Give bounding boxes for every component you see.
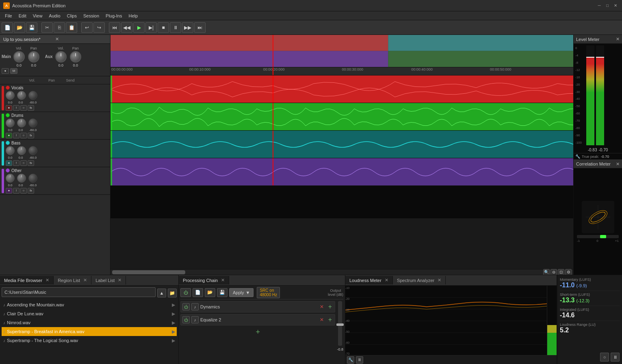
rewind-button[interactable]: ◀◀ [121, 22, 132, 33]
proc-save-button[interactable]: 💾 [217, 288, 228, 297]
menu-clips[interactable]: Clips [64, 13, 80, 19]
proc-chain-close-icon[interactable]: ✕ [221, 278, 225, 283]
bass-send-knob[interactable] [28, 146, 37, 155]
play-button[interactable]: ▶ [133, 22, 145, 33]
other-rec-btn[interactable]: ● [6, 188, 12, 194]
session-close-icon[interactable]: ✕ [55, 37, 107, 42]
path-folder-button[interactable]: 📁 [168, 289, 177, 297]
vocals-mute-btn[interactable]: ! [13, 105, 20, 111]
dynamics-remove-icon[interactable]: ✕ [319, 304, 325, 310]
loudness-settings-icon[interactable]: 🔧 [347, 356, 354, 364]
add-plugin-icon[interactable]: + [255, 329, 261, 335]
equalize-remove-icon[interactable]: ✕ [319, 317, 325, 323]
other-pan-knob[interactable] [17, 174, 26, 183]
settings-icon[interactable]: ⚙ [565, 269, 572, 275]
close-button[interactable]: ✕ [612, 2, 619, 9]
proc-open-button[interactable]: 📂 [205, 288, 215, 297]
file-nimrod[interactable]: ♪ Nimrod.wav ▶ [2, 318, 177, 327]
tab-region-list[interactable]: Region List ✕ [54, 276, 91, 284]
aux-pan-knob[interactable] [70, 51, 81, 62]
tab-spectrum-analyzer[interactable]: Spectrum Analyzer ✕ [393, 276, 446, 284]
main-vol-knob[interactable] [13, 51, 25, 62]
undo-button[interactable]: ↩ [81, 22, 93, 33]
bass-rec-btn[interactable]: ● [6, 160, 12, 166]
maximize-button[interactable]: □ [604, 2, 611, 9]
label-tab-close-icon[interactable]: ✕ [118, 278, 121, 283]
menu-audio[interactable]: Audio [46, 13, 63, 19]
drums-pan-knob[interactable] [17, 118, 26, 127]
drums-vol-knob[interactable] [6, 118, 15, 127]
dynamics-midi-icon[interactable]: ♪ [191, 303, 199, 310]
fast-forward-button[interactable]: ▶▶ [182, 22, 193, 33]
media-tab-close-icon[interactable]: ✕ [46, 278, 49, 283]
dynamics-power-icon[interactable]: ⏻ [182, 303, 190, 310]
menu-plugins[interactable]: Plug-Ins [102, 13, 125, 19]
drums-rec-btn[interactable]: ● [6, 133, 12, 138]
tab-processing-chain[interactable]: Processing Chain ✕ [179, 276, 229, 284]
redo-button[interactable]: ↪ [93, 22, 105, 33]
goto-end-button[interactable]: ⏭ [194, 22, 206, 33]
file-ascending[interactable]: ♪ Ascending the Mountain.wav ▶ [2, 300, 177, 309]
copy-button[interactable]: ⎘ [54, 22, 65, 33]
equalize-add-icon[interactable]: + [327, 317, 333, 323]
loudness-pause-icon[interactable]: ⏸ [356, 356, 363, 364]
drums-solo-btn[interactable]: ○ [20, 133, 27, 138]
open-button[interactable]: 📂 [14, 22, 25, 33]
path-up-button[interactable]: ▲ [157, 289, 166, 297]
main-pan-knob[interactable] [28, 51, 39, 62]
equalize-power-icon[interactable]: ⏻ [182, 316, 190, 323]
bass-vol-knob[interactable] [6, 146, 15, 155]
other-vol-knob[interactable] [6, 174, 15, 183]
menu-help[interactable]: Help [125, 13, 141, 19]
zoom-out-icon[interactable]: ⊖ [550, 269, 557, 275]
vocals-send-knob[interactable] [28, 91, 37, 100]
other-solo-btn[interactable]: ○ [20, 188, 27, 194]
lufs-pause-icon[interactable]: ⏸ [611, 353, 620, 362]
bass-pan-knob[interactable] [17, 146, 26, 155]
bass-mute-btn[interactable]: ! [13, 160, 20, 166]
play-to-end-button[interactable]: ▶| [145, 22, 157, 33]
tab-label-list[interactable]: Label List ✕ [91, 276, 126, 284]
path-input[interactable]: C:\Users\Stian\Music [2, 287, 156, 297]
menu-session[interactable]: Session [80, 13, 102, 19]
minimize-button[interactable]: ─ [596, 2, 602, 9]
bass-solo-btn[interactable]: ○ [20, 160, 27, 166]
level-meter-close-icon[interactable]: ✕ [616, 37, 620, 42]
master-rec-btn[interactable]: ● [2, 68, 9, 74]
output-fader-thumb[interactable] [336, 323, 344, 326]
vocals-vol-knob[interactable] [6, 91, 15, 100]
apply-button[interactable]: Apply ▼ [229, 288, 254, 297]
region-tab-close-icon[interactable]: ✕ [83, 278, 87, 283]
menu-edit[interactable]: Edit [15, 13, 30, 19]
paste-button[interactable]: 📋 [66, 22, 77, 33]
master-mute-btn[interactable]: M [10, 68, 17, 74]
zoom-fit-icon[interactable]: ⊡ [558, 269, 564, 275]
spectrum-close-icon[interactable]: ✕ [438, 278, 441, 283]
dynamics-add-icon[interactable]: + [327, 304, 333, 310]
equalize-midi-icon[interactable]: ♪ [191, 316, 199, 323]
file-supertramp-logical[interactable]: ♪ Supertramp - The Logical Song.wav ▶ [2, 336, 177, 345]
aux-vol-knob[interactable] [55, 51, 67, 62]
zoom-in-icon[interactable]: 🔍 [543, 269, 550, 275]
stop-button[interactable]: ■ [158, 22, 169, 33]
loudness-close-icon[interactable]: ✕ [385, 278, 388, 283]
vocals-pan-knob[interactable] [17, 91, 26, 100]
menu-file[interactable]: File [2, 13, 15, 19]
menu-view[interactable]: View [30, 13, 46, 19]
drums-send-knob[interactable] [28, 118, 37, 127]
vocals-rec-btn[interactable]: ● [6, 105, 12, 111]
vocals-solo-btn[interactable]: ○ [20, 105, 27, 111]
goto-start-button[interactable]: ⏮ [109, 22, 120, 33]
tab-media-file-browser[interactable]: Media File Browser ✕ [0, 276, 54, 284]
other-mute-btn[interactable]: ! [13, 188, 20, 194]
proc-new-button[interactable]: 📄 [193, 288, 203, 297]
horizontal-scrollbar[interactable] [112, 270, 185, 274]
vocals-fx-btn[interactable]: fx [28, 105, 34, 111]
lufs-reset-icon[interactable]: ○ [600, 353, 609, 362]
bass-fx-btn[interactable]: fx [28, 160, 34, 166]
file-supertramp-breakfast[interactable]: ♪ Supertramp - Breakfast in America.wav … [2, 327, 177, 336]
cut-button[interactable]: ✂ [41, 22, 53, 33]
other-fx-btn[interactable]: fx [28, 188, 34, 194]
file-clair[interactable]: ♪ Clair De Lune.wav ▶ [2, 309, 177, 318]
drums-fx-btn[interactable]: fx [28, 133, 34, 138]
